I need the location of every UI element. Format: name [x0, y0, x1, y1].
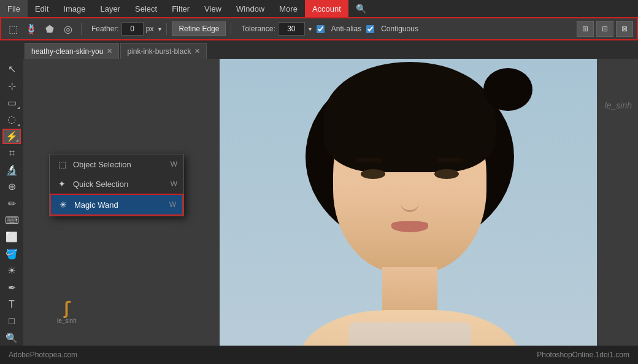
marquee-tool-icon[interactable]: ⬚: [5, 21, 21, 37]
ctx-object-selection[interactable]: ⬚ Object Selection W: [50, 154, 183, 174]
bottom-bar: AdobePhotopea.com PhotoshopOnline.1doi1.…: [0, 346, 638, 364]
anti-alias-checkbox[interactable]: [317, 25, 325, 33]
quick-selection-icon: ✦: [56, 178, 68, 190]
menu-edit[interactable]: Edit: [28, 0, 56, 17]
menu-more[interactable]: More: [272, 0, 305, 17]
ctx-quick-selection[interactable]: ✦ Quick Selection W: [50, 174, 183, 194]
contiguous-checkbox[interactable]: [366, 25, 374, 33]
shape-tool[interactable]: □: [2, 313, 21, 328]
logo-text: le_sinh: [605, 100, 632, 110]
menu-window[interactable]: Window: [229, 0, 272, 17]
toolbar: ⬚ 🪢 ⬟ ◎ Feather: px ▾ Refine Edge Tolera…: [0, 17, 638, 40]
feather-label: Feather:: [91, 25, 119, 33]
menu-view[interactable]: View: [197, 0, 229, 17]
lasso-tool[interactable]: ◌: [2, 112, 21, 127]
healing-brush-tool[interactable]: ⊕: [2, 179, 21, 194]
right-brow: [437, 158, 463, 162]
tolerance-dropdown-arrow[interactable]: ▾: [309, 26, 312, 32]
watermark-logo: ʃ le_sinh: [57, 300, 77, 324]
tab-heathy-label: heathy-clean-skin-you: [31, 47, 103, 56]
bottom-right-text: PhotoshopOnline.1doi1.com: [537, 351, 629, 359]
polygon-lasso-icon[interactable]: ⬟: [42, 21, 58, 37]
object-selection-icon: ⬚: [56, 158, 68, 170]
anti-alias-group: Anti-alias: [317, 25, 361, 33]
tolerance-input[interactable]: [278, 22, 305, 36]
toolbar-separator-1: [81, 23, 82, 35]
left-brow: [356, 158, 382, 162]
feather-unit: px: [146, 25, 154, 33]
right-eye: [434, 169, 459, 179]
lips: [391, 221, 428, 232]
eyes-area: [348, 169, 471, 179]
clone-stamp-tool[interactable]: ⌨: [2, 213, 21, 228]
bottom-left-text: AdobePhotopea.com: [9, 351, 77, 359]
tabs-bar: heathy-clean-skin-you ✕ pink-ink-burst-b…: [0, 40, 638, 59]
left-panel: ↖ ⊹ ▭ ◌ ⚡ ⌗ 🔬 ⊕ ✏ ⌨ ⬜ 🪣 ☀ ✒ T □ 🔍: [0, 59, 23, 346]
menu-select[interactable]: Select: [128, 0, 164, 17]
tab-pink[interactable]: pink-ink-burst-black ✕: [120, 43, 207, 59]
selection-mode-subtract-icon[interactable]: ⊟: [596, 21, 613, 37]
menu-account[interactable]: Account: [305, 0, 348, 17]
ctx-quick-selection-shortcut: W: [171, 180, 177, 188]
menu-file[interactable]: File: [0, 0, 28, 17]
crop-tool[interactable]: ⌗: [2, 145, 21, 161]
shirt: [348, 322, 471, 346]
ctx-magic-wand-shortcut: W: [169, 200, 176, 209]
selection-mode-add-icon[interactable]: ⊞: [577, 21, 594, 37]
watermark-text: le_sinh: [57, 317, 77, 324]
contiguous-group: Contiguous: [366, 25, 418, 33]
eraser-tool[interactable]: ⬜: [2, 229, 21, 245]
tab-pink-label: pink-ink-burst-black: [127, 47, 191, 56]
anti-alias-label: Anti-alias: [331, 25, 361, 33]
fill-tool[interactable]: 🪣: [2, 246, 21, 262]
marquee-tool[interactable]: ▭: [2, 95, 21, 110]
ctx-magic-wand[interactable]: ✳ Magic Wand W: [50, 194, 183, 216]
menu-image[interactable]: Image: [56, 0, 93, 17]
hair-bun: [483, 68, 532, 111]
feather-input[interactable]: [121, 22, 144, 36]
brush-tool[interactable]: ✏: [2, 196, 21, 211]
contiguous-label: Contiguous: [381, 25, 418, 33]
magnetic-lasso-icon[interactable]: ◎: [60, 21, 76, 37]
artboard-tool[interactable]: ⊹: [2, 78, 21, 93]
magic-wand-icon: ✳: [57, 199, 69, 211]
tab-pink-close[interactable]: ✕: [194, 47, 200, 55]
menubar: File Edit Image Layer Select Filter View…: [0, 0, 638, 17]
toolbar-separator-3: [231, 23, 231, 35]
toolbar-separator-2: [166, 23, 167, 35]
canvas-area: ⬚ Object Selection W ✦ Quick Selection W…: [23, 59, 638, 346]
lasso-tool-icon[interactable]: 🪢: [23, 21, 39, 37]
tab-heathy[interactable]: heathy-clean-skin-you ✕: [25, 43, 119, 59]
ctx-magic-wand-label: Magic Wand: [74, 200, 164, 210]
refine-edge-button[interactable]: Refine Edge: [172, 21, 226, 36]
text-tool[interactable]: T: [2, 297, 21, 312]
dodge-tool[interactable]: ☀: [2, 263, 21, 278]
feather-dropdown-arrow[interactable]: ▾: [158, 26, 161, 32]
tab-heathy-close[interactable]: ✕: [107, 47, 112, 55]
watermark-symbol: ʃ: [64, 300, 69, 317]
toolbar-right-icons: ⊞ ⊟ ⊠: [577, 21, 633, 37]
eyebrows: [345, 158, 474, 162]
ctx-object-selection-label: Object Selection: [73, 160, 166, 169]
eyedropper-tool[interactable]: 🔬: [2, 162, 21, 178]
menu-filter[interactable]: Filter: [164, 0, 197, 17]
context-menu: ⬚ Object Selection W ✦ Quick Selection W…: [49, 154, 184, 216]
search-icon[interactable]: 🔍: [351, 4, 371, 13]
ctx-object-selection-shortcut: W: [171, 160, 177, 169]
main-area: ↖ ⊹ ▭ ◌ ⚡ ⌗ 🔬 ⊕ ✏ ⌨ ⬜ 🪣 ☀ ✒ T □ 🔍: [0, 59, 638, 346]
hair-top: [324, 62, 496, 172]
move-tool[interactable]: ↖: [2, 61, 21, 77]
left-eye: [361, 169, 385, 179]
canvas-image: [220, 59, 597, 346]
pen-tool[interactable]: ✒: [2, 279, 21, 295]
nose: [401, 194, 419, 212]
zoom-tool[interactable]: 🔍: [2, 330, 21, 346]
ctx-quick-selection-label: Quick Selection: [73, 180, 166, 189]
selection-mode-intersect-icon[interactable]: ⊠: [616, 21, 633, 37]
menu-layer[interactable]: Layer: [93, 0, 128, 17]
tolerance-label: Tolerance:: [241, 25, 275, 33]
selection-tool[interactable]: ⚡: [2, 129, 21, 145]
